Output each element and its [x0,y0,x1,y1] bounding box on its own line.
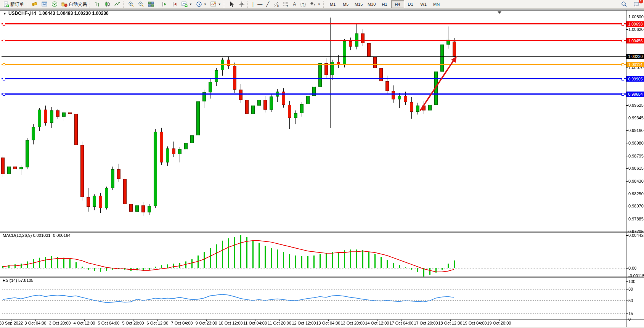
horizontal-line-object[interactable] [2,64,626,65]
horizontal-line-object[interactable] [2,93,626,95]
channel-icon: E [273,1,279,7]
line-chart-button[interactable] [112,0,122,8]
auto-trading-button[interactable]: 自动交易 [59,0,89,8]
line-handle[interactable] [3,93,5,96]
new-order-label: 新订单 [10,1,24,8]
gold-bar-button[interactable] [30,0,40,8]
chart-canvas[interactable] [0,10,644,327]
text-label-icon: T [300,1,306,7]
scroll-to-end-button[interactable] [160,0,170,8]
zoom-in-button[interactable] [126,0,136,8]
shapes-button[interactable]: ▼ [308,0,323,8]
candle-chart-button[interactable] [103,0,112,8]
macd-pane-separator[interactable] [0,232,644,232]
time-axis-label: 19 Oct 04:00 [463,321,487,325]
chart-shift-button[interactable] [170,0,180,8]
rsi-axis-label: 50 [628,298,633,303]
shapes-icon [310,1,316,7]
fibonacci-icon: F [283,1,289,7]
cursor-button[interactable] [227,0,237,8]
time-axis-label: 12 Oct 12:00 [292,321,316,325]
collapse-triangle-icon[interactable]: ▼ [3,12,6,16]
price-axis-label: 0.98430 [628,179,644,183]
crosshair-button[interactable] [237,0,247,8]
chart-shift-icon [172,1,178,7]
horizontal-line-object[interactable] [2,78,626,79]
add-indicator-button[interactable]: ▼ [180,0,194,8]
time-axis-label: 4 Oct 12:00 [74,321,95,325]
notifications-button[interactable]: 1 [631,0,641,8]
trend-line-button[interactable]: ╱ [264,0,271,8]
timeframe-m5-button[interactable]: M5 [339,0,352,8]
signal-icon [51,1,58,7]
toolbar-separator [323,1,326,8]
line-handle[interactable] [622,93,624,96]
bar-chart-button[interactable] [93,0,103,8]
timeframe-m1-button[interactable]: M1 [326,0,339,8]
zoom-out-button[interactable] [136,0,146,8]
fibonacci-button[interactable]: F [281,0,291,8]
new-order-button[interactable]: 新订单 [1,0,26,8]
toolbar-separator [123,1,125,8]
market-window-icon [42,1,48,7]
vertical-line-object[interactable] [330,18,331,128]
signal-button[interactable] [50,0,59,8]
current-price-line [2,56,626,57]
trend-arrow[interactable] [414,52,462,117]
current-price-badge: 1.00230 [626,54,644,59]
line-handle[interactable] [622,40,624,42]
template-icon [210,1,217,7]
line-handle[interactable] [3,23,5,26]
horizontal-line-object[interactable] [2,23,626,24]
chevron-down-icon: ▼ [218,3,221,6]
zoom-out-icon [138,1,144,7]
tile-windows-button[interactable] [146,0,156,8]
chart-window: ▼USDCHF-,H4 1.00443 1.00493 1.00230 1.00… [0,9,644,328]
channel-button[interactable]: E [271,0,281,8]
horizontal-line-button[interactable]: — [255,0,264,8]
price-axis-label: 0.97885 [628,217,644,221]
price-axis-label: 0.99160 [628,128,644,133]
price-axis-label: 0.98250 [628,191,644,196]
line-price-badge: 1.00456 [626,38,644,43]
add-indicator-icon [181,1,188,7]
chart-shift-marker[interactable] [498,11,501,14]
search-button[interactable] [619,0,629,8]
chart-symbol: USDCHF-,H4 [8,11,36,16]
horizontal-line-object[interactable] [2,40,626,41]
line-chart-icon [114,1,120,7]
period-clock-button[interactable]: ▼ [194,0,209,8]
bar-chart-icon [95,1,101,7]
timeframe-h1-button[interactable]: H1 [378,0,391,8]
timeframe-mn-button[interactable]: MN [430,0,443,8]
line-price-badge: 1.00114 [626,62,644,67]
time-axis-label: 11 Oct 04:00 [243,321,267,325]
text-button[interactable]: A [291,0,298,8]
rsi-axis-label: 80 [628,287,633,291]
macd-indicator-label: MACD(12,26,9) 0.001031 -0.000164 [3,233,71,238]
timeframe-m15-button[interactable]: M15 [352,0,365,8]
time-axis-label: 13 Oct 20:00 [341,321,365,325]
line-handle[interactable] [3,78,5,80]
market-window-button[interactable] [40,0,50,8]
scroll-to-end-icon [162,1,168,7]
rsi-axis-label: 100 [628,279,635,284]
line-handle[interactable] [622,78,624,80]
toolbar-separator [157,1,159,8]
text-label-button[interactable]: T [298,0,308,8]
new-order-icon [3,1,9,7]
line-handle[interactable] [3,63,5,66]
chevron-down-icon: ▼ [204,3,207,6]
timeframe-w1-button[interactable]: W1 [417,0,430,8]
cursor-icon [229,1,235,7]
timeframe-d1-button[interactable]: D1 [404,0,417,8]
timeframe-h4-button[interactable]: H4 [391,0,404,8]
auto-trading-icon [61,1,67,7]
line-handle[interactable] [622,23,624,26]
line-handle[interactable] [3,40,5,42]
rsi-pane-separator[interactable] [0,277,644,277]
timeframe-m30-button[interactable]: M30 [365,0,378,8]
vertical-line-button[interactable]: | [251,0,255,8]
template-button[interactable]: ▼ [209,0,223,8]
line-handle[interactable] [622,63,624,66]
